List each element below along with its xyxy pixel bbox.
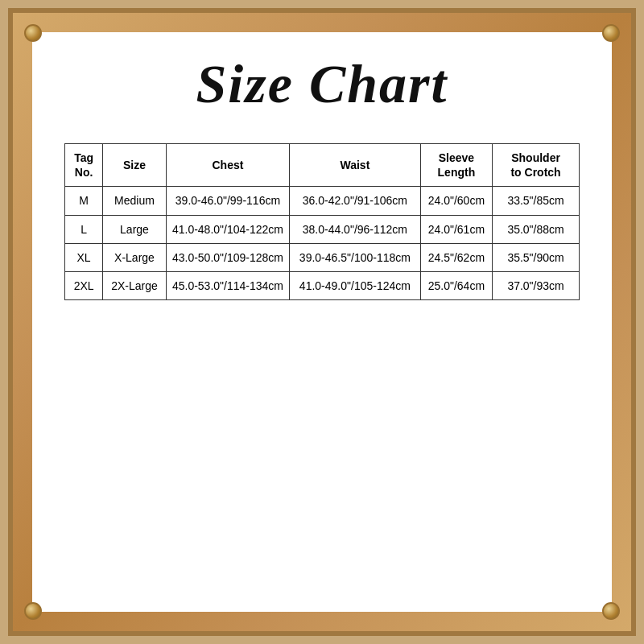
cell-waist: 41.0-49.0"/105-124cm [290, 271, 421, 299]
cell-size: 2X-Large [103, 271, 167, 299]
header-shoulder: Shoulderto Crotch [493, 144, 580, 187]
size-chart-table: TagNo. Size Chest Waist SleeveLength Sho… [64, 143, 580, 300]
content-area: Size Chart TagNo. Size Chest Waist Sleev… [32, 32, 612, 612]
cell-chest: 43.0-50.0"/109-128cm [166, 243, 289, 271]
cell-shoulder: 33.5"/85cm [493, 187, 580, 215]
cell-size: Large [103, 215, 167, 243]
cell-waist: 39.0-46.5"/100-118cm [290, 243, 421, 271]
table-row: XL X-Large 43.0-50.0"/109-128cm 39.0-46.… [65, 243, 580, 271]
cell-chest: 45.0-53.0"/114-134cm [166, 271, 289, 299]
cell-tag: L [65, 215, 103, 243]
cell-sleeve: 25.0"/64cm [420, 271, 492, 299]
header-sleeve: SleeveLength [420, 144, 492, 187]
cell-shoulder: 35.5"/90cm [493, 243, 580, 271]
bolt-top-left [24, 24, 42, 42]
header-size: Size [103, 144, 167, 187]
bolt-bottom-right [602, 602, 620, 620]
cell-tag: XL [65, 243, 103, 271]
table-row: M Medium 39.0-46.0"/99-116cm 36.0-42.0"/… [65, 187, 580, 215]
cell-waist: 36.0-42.0"/91-106cm [290, 187, 421, 215]
cell-size: X-Large [103, 243, 167, 271]
cell-tag: 2XL [65, 271, 103, 299]
cell-waist: 38.0-44.0"/96-112cm [290, 215, 421, 243]
bolt-bottom-left [24, 602, 42, 620]
table-row: 2XL 2X-Large 45.0-53.0"/114-134cm 41.0-4… [65, 271, 580, 299]
cell-chest: 41.0-48.0"/104-122cm [166, 215, 289, 243]
table-row: L Large 41.0-48.0"/104-122cm 38.0-44.0"/… [65, 215, 580, 243]
cell-sleeve: 24.0"/60cm [420, 187, 492, 215]
cell-shoulder: 37.0"/93cm [493, 271, 580, 299]
header-waist: Waist [290, 144, 421, 187]
outer-frame: Size Chart TagNo. Size Chest Waist Sleev… [8, 8, 636, 636]
bolt-top-right [602, 24, 620, 42]
page-title: Size Chart [196, 56, 448, 111]
cell-tag: M [65, 187, 103, 215]
cell-size: Medium [103, 187, 167, 215]
cell-chest: 39.0-46.0"/99-116cm [166, 187, 289, 215]
cell-shoulder: 35.0"/88cm [493, 215, 580, 243]
header-chest: Chest [166, 144, 289, 187]
cell-sleeve: 24.0"/61cm [420, 215, 492, 243]
header-tag: TagNo. [65, 144, 103, 187]
cell-sleeve: 24.5"/62cm [420, 243, 492, 271]
